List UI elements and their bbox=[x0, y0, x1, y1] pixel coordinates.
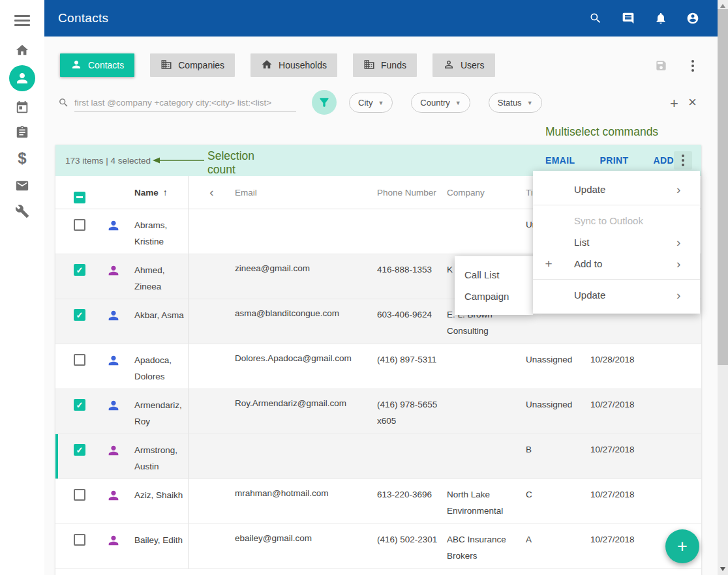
clear-filters-icon[interactable]: × bbox=[688, 94, 697, 111]
tab-label: Users bbox=[461, 60, 485, 70]
row-spacer bbox=[189, 344, 235, 389]
menu-item-add-to[interactable]: +Add to› bbox=[533, 253, 700, 274]
tab-label: Companies bbox=[178, 60, 224, 70]
filter-icon[interactable] bbox=[312, 90, 337, 115]
row-checkbox-cell bbox=[55, 254, 87, 299]
row-spacer bbox=[189, 434, 235, 479]
menu-item-label: Add to bbox=[564, 258, 676, 269]
notifications-icon[interactable] bbox=[654, 12, 667, 25]
contact-email[interactable]: asma@blanditcongue.com bbox=[235, 299, 377, 344]
contact-avatar bbox=[87, 389, 134, 434]
tab-users[interactable]: Users bbox=[432, 53, 495, 77]
contact-email[interactable]: Dolores.Apadoca@gmail.com bbox=[235, 344, 377, 389]
filter-chip-city[interactable]: City▼ bbox=[349, 93, 393, 113]
row-checkbox[interactable] bbox=[74, 534, 85, 546]
contact-name-link[interactable]: Armendariz, Roy bbox=[134, 389, 189, 434]
mail-icon[interactable] bbox=[0, 179, 44, 193]
contact-tier: Unassigned bbox=[526, 389, 590, 434]
menu-item-label: Update bbox=[564, 184, 676, 195]
contact-name-link[interactable]: Bailey, Edith bbox=[134, 524, 189, 568]
scrollbar-thumb[interactable] bbox=[718, 9, 728, 365]
filter-chips: City▼Country▼Status▼ bbox=[349, 93, 542, 113]
search-icon bbox=[58, 97, 69, 111]
row-checkbox[interactable] bbox=[74, 444, 85, 456]
add-filter-icon[interactable]: + bbox=[670, 95, 678, 112]
row-checkbox[interactable] bbox=[74, 399, 85, 411]
wrench-icon[interactable] bbox=[0, 204, 44, 218]
filter-chip-status[interactable]: Status▼ bbox=[489, 93, 542, 113]
contact-email[interactable]: ebailey@gmail.com bbox=[235, 524, 377, 568]
person-icon bbox=[106, 488, 121, 523]
contact-phone bbox=[377, 434, 447, 479]
tab-contacts[interactable]: Contacts bbox=[60, 53, 134, 77]
sort-ascending-icon: ↑ bbox=[163, 187, 168, 198]
row-spacer bbox=[189, 209, 235, 254]
table-row[interactable]: Apadoca, DoloresDolores.Apadoca@gmail.co… bbox=[55, 344, 701, 389]
scroll-down-icon[interactable] bbox=[720, 567, 725, 571]
clipboard-icon[interactable] bbox=[0, 125, 44, 140]
chevron-right-icon: › bbox=[676, 183, 700, 197]
email-button[interactable]: EMAIL bbox=[545, 155, 575, 166]
menu-item-update[interactable]: Update› bbox=[533, 179, 700, 200]
chat-icon[interactable] bbox=[622, 12, 635, 25]
row-checkbox[interactable] bbox=[74, 264, 85, 276]
contact-name-link[interactable]: Abrams, Kristine bbox=[134, 209, 189, 254]
contact-email[interactable]: zineea@gmail.com bbox=[235, 254, 377, 299]
row-checkbox[interactable] bbox=[74, 489, 85, 501]
row-checkbox[interactable] bbox=[74, 219, 85, 231]
contact-email[interactable]: mrahman@hotmail.com bbox=[235, 479, 377, 523]
person-outline-icon bbox=[443, 59, 455, 72]
contact-date: 10/28/2018 bbox=[590, 344, 701, 389]
calendar-icon[interactable] bbox=[0, 100, 44, 115]
contact-email[interactable] bbox=[235, 434, 377, 479]
contacts-icon[interactable] bbox=[9, 65, 35, 91]
header-email[interactable]: Email bbox=[235, 176, 377, 209]
table-row[interactable]: Armstrong, AustinB10/27/2018 bbox=[55, 434, 701, 479]
contact-name-link[interactable]: Apadoca, Dolores bbox=[134, 344, 189, 389]
contact-name-link[interactable]: Akbar, Asma bbox=[134, 299, 189, 344]
contact-name-link[interactable]: Aziz, Shaikh bbox=[134, 479, 189, 523]
menu-divider bbox=[533, 279, 700, 280]
header-name[interactable]: Name ↑ bbox=[134, 176, 189, 209]
tab-funds[interactable]: Funds bbox=[353, 53, 417, 77]
account-icon[interactable] bbox=[686, 12, 699, 25]
search-input[interactable] bbox=[74, 94, 296, 111]
table-row[interactable]: Armendariz, RoyRoy.Armendariz@gmail.com(… bbox=[55, 389, 701, 434]
submenu-item-label: Campaign bbox=[464, 291, 526, 302]
tab-households[interactable]: Households bbox=[250, 53, 337, 77]
vertical-scrollbar[interactable] bbox=[718, 0, 728, 575]
contact-email[interactable] bbox=[235, 209, 377, 254]
chevron-left-icon[interactable]: ‹ bbox=[189, 185, 235, 199]
header-phone[interactable]: Phone Number bbox=[377, 176, 447, 209]
header-company[interactable]: Company bbox=[447, 176, 526, 209]
add-contact-fab[interactable]: + bbox=[665, 529, 699, 563]
scroll-up-icon[interactable] bbox=[720, 4, 725, 8]
tab-label: Funds bbox=[381, 60, 406, 70]
search-icon[interactable] bbox=[589, 12, 602, 25]
table-row[interactable]: Bailey, Edithebailey@gmail.com(416) 502-… bbox=[55, 524, 701, 569]
add-button[interactable]: ADD bbox=[653, 155, 674, 166]
menu-item-update[interactable]: Update› bbox=[533, 284, 700, 306]
contact-email[interactable]: Roy.Armendariz@gmail.com bbox=[235, 389, 377, 434]
selection-summary: 173 items | 4 selected bbox=[65, 156, 545, 166]
print-button[interactable]: PRINT bbox=[599, 155, 628, 166]
contact-company: ABC Insurance Brokers bbox=[447, 524, 526, 568]
dollar-icon[interactable]: $ bbox=[0, 151, 44, 166]
row-checkbox[interactable] bbox=[74, 354, 85, 366]
contact-name-link[interactable]: Armstrong, Austin bbox=[134, 434, 189, 479]
save-icon[interactable] bbox=[655, 59, 667, 74]
submenu-item-call-list[interactable]: Call List bbox=[455, 264, 533, 286]
menu-icon[interactable] bbox=[14, 15, 30, 29]
submenu-item-campaign[interactable]: Campaign bbox=[455, 286, 533, 307]
contact-name-link[interactable]: Ahmed, Zineea bbox=[134, 254, 189, 299]
chip-label: City bbox=[358, 98, 372, 108]
more-options-icon[interactable] bbox=[691, 60, 694, 72]
table-row[interactable]: Aziz, Shaikhmrahman@hotmail.com613-220-3… bbox=[55, 479, 701, 524]
menu-item-list[interactable]: List› bbox=[533, 231, 700, 253]
multiselect-more-button[interactable] bbox=[674, 151, 692, 170]
select-all-checkbox[interactable] bbox=[74, 192, 85, 203]
tab-companies[interactable]: Companies bbox=[150, 53, 235, 77]
row-checkbox[interactable] bbox=[74, 309, 85, 321]
home-icon[interactable] bbox=[0, 43, 44, 57]
filter-chip-country[interactable]: Country▼ bbox=[411, 93, 470, 113]
